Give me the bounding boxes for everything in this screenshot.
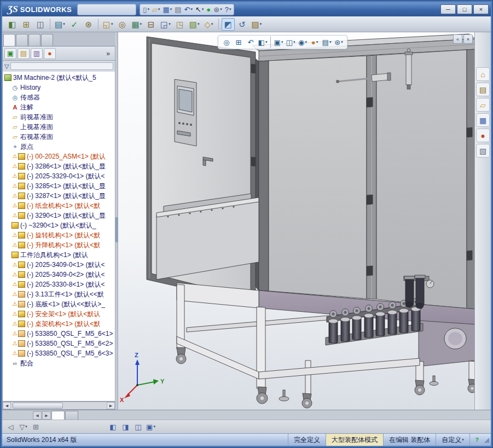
configurationmanager-tab-icon[interactable]: ▥ [31, 48, 43, 59]
window-cascade-icon[interactable]: ◨ [120, 421, 131, 432]
open-document-icon[interactable]: ▱ [151, 4, 161, 14]
menu-view[interactable] [95, 8, 103, 10]
window-tile-icon[interactable]: ◧ [107, 421, 119, 432]
view-tool-button[interactable] [270, 36, 271, 48]
close-taskpane-icon[interactable]: × [463, 34, 473, 44]
tree-item[interactable]: ⚠ (-) 底板<1> (默认<<默认>_ [3, 299, 115, 309]
door-control-panel[interactable] [175, 79, 196, 146]
hide-show-items-icon[interactable]: ◉ [297, 36, 309, 48]
status-editing[interactable]: 在编辑 装配体 [383, 434, 436, 446]
tree-item[interactable]: ⚠ (-) 3287<1> (默认<默认_显 [3, 191, 115, 201]
tree-item[interactable]: ⚠ (-) 533850_QSL_F_M5_6<3> [3, 348, 115, 358]
solidworks-resources-icon[interactable]: ⌂ [476, 67, 490, 81]
tree-item[interactable]: ⚠ 右视基准面 [3, 132, 115, 142]
rebuild-icon[interactable]: ● [205, 4, 212, 14]
appearances-icon[interactable]: ● [476, 129, 490, 142]
tree-item[interactable]: ⚠ 注解 [3, 102, 115, 112]
edit-appearance-icon[interactable]: ● [309, 36, 321, 48]
tree-item[interactable]: ⚠ (-) 桌架机构<1> (默认<默 [3, 319, 115, 329]
leveling-feet[interactable] [279, 376, 438, 401]
toolbar-button[interactable] [50, 19, 50, 30]
assembly-features-icon[interactable]: ▧ [188, 18, 201, 31]
move-component-icon[interactable]: ◲ [159, 18, 172, 31]
tree-item[interactable]: ⚠ 上视基准面 [3, 122, 115, 132]
tree-item[interactable]: ⚠ (-) 旋转机构<1> (默认<默 [3, 230, 115, 240]
toolbar-button[interactable] [218, 19, 219, 30]
view-orientation-icon[interactable]: ▣ [272, 36, 285, 48]
status-fully-defined[interactable]: 完全定义 [288, 434, 326, 446]
tree-item[interactable]: ⚠ (-) 3285<1> (默认<默认_显 [3, 181, 115, 191]
exploded-view-icon[interactable]: ▨ [250, 18, 264, 31]
tree-item[interactable]: ⚠ 原点 [3, 142, 115, 152]
tree-item[interactable]: ⚠ (-) 纸盒机构<1> (默认<默 [3, 201, 115, 211]
file-explorer-icon[interactable]: ▱ [476, 98, 490, 112]
tree-item[interactable]: ⚠ (-) 安全架<1> (默认<默认 [3, 309, 115, 319]
options-icon[interactable]: ⊛ [212, 4, 223, 14]
window-vertical-icon[interactable]: ▣ [145, 421, 156, 432]
featuremanager-tab-icon[interactable]: ▣ [4, 48, 16, 59]
spell-check-icon[interactable]: ⊛ [82, 18, 95, 31]
3d-model[interactable]: Z Y X [118, 32, 474, 410]
component-pattern-icon[interactable]: ▦ [130, 18, 143, 31]
status-large-assembly-mode[interactable]: 大型装配体模式 [326, 434, 383, 446]
tree-item[interactable]: ⚠ (-) 2025-3329-0<1> (默认< [3, 171, 115, 181]
window-horizontal-icon[interactable]: ◫ [132, 421, 144, 432]
propertymanager-tab-icon[interactable]: ▤ [18, 48, 30, 59]
previous-view-icon[interactable]: ↶ [245, 36, 257, 48]
new-document-icon[interactable]: ▯ [142, 4, 150, 14]
menu-file[interactable] [80, 8, 88, 10]
tree-item[interactable]: ⚠ 3M Machine-2 (默认<默认_5 [3, 73, 115, 83]
mass-properties-icon[interactable]: ⊞ [20, 18, 33, 31]
panel-overflow-button[interactable]: » [103, 50, 113, 57]
tab-sketch[interactable] [28, 34, 40, 46]
select-icon[interactable]: ↖ [194, 4, 205, 14]
menu-insert[interactable] [103, 8, 111, 10]
tree-item[interactable]: ⚠ 传感器 [3, 92, 115, 102]
save-icon[interactable]: ▦ [161, 4, 173, 14]
tab-layout[interactable] [16, 34, 28, 46]
motion-study-icon[interactable]: ↺ [236, 18, 249, 31]
custom-properties-icon[interactable]: ▧ [476, 144, 490, 158]
tree-item[interactable]: ⚠ (-) 2025-3409-0<2> (默认< [3, 270, 115, 280]
display-style-icon[interactable]: ◫ [285, 36, 297, 48]
close-button[interactable]: × [473, 4, 489, 14]
menu-help[interactable] [126, 8, 134, 10]
tab-model[interactable] [51, 411, 65, 420]
minimize-button[interactable]: ─ [440, 4, 456, 14]
tab-assembly[interactable] [3, 34, 15, 46]
tree-item[interactable]: ⚠ (-) 533850_QSL_F_M5_6<2> [3, 339, 115, 348]
tree-item[interactable]: ⚠ (-) 533850_QSL_F_M5_6<1> [3, 329, 115, 339]
print-icon[interactable]: ▤ [173, 4, 182, 14]
menu-tools[interactable] [111, 8, 118, 10]
filter-input[interactable] [10, 62, 113, 70]
tree-item[interactable]: ⚠ 工件治具机构<1> (默认 [3, 250, 115, 260]
section-view-icon[interactable]: ◩ [222, 18, 235, 31]
zoom-fit-icon[interactable]: ◎ [221, 36, 233, 48]
mate-icon[interactable]: ◎ [115, 18, 129, 31]
enclosure-cabinet[interactable] [249, 34, 474, 313]
section-view-icon[interactable]: ◧ [257, 36, 269, 48]
tab-scroll-left-icon[interactable]: ◀ [33, 411, 42, 420]
tree-item[interactable]: ⚠ (-) 3286<1> (默认<默认_显 [3, 161, 115, 171]
scroll-right-icon[interactable]: ▶ [107, 402, 115, 409]
smart-fasteners-icon[interactable]: ⊟ [144, 18, 158, 31]
displaymanager-tab-icon[interactable]: ● [44, 48, 56, 59]
tree-item[interactable]: ⚠ (-) 2025-3330-8<1> (默认< [3, 280, 115, 289]
tab-scroll-right-icon[interactable]: ▶ [42, 411, 51, 420]
filter-dropdown-icon[interactable]: ▽ [18, 421, 29, 432]
menu-edit[interactable] [88, 8, 95, 10]
tree-item[interactable]: ⚠ (-) 2025-3409-0<1> (默认< [3, 260, 115, 270]
tab-evaluate[interactable] [41, 34, 53, 46]
tree-item[interactable]: ⚠ 前视基准面 [3, 112, 115, 122]
measure-icon[interactable]: ◧ [5, 18, 19, 31]
tab-motion-study[interactable] [65, 411, 78, 420]
zoom-area-icon[interactable]: ⊞ [233, 36, 245, 48]
scroll-thumb[interactable] [13, 403, 63, 409]
tree-item[interactable]: ⚠ 配合 [3, 358, 115, 368]
attach-icon[interactable]: ◫ [34, 18, 47, 31]
view-settings-icon[interactable]: ⊛ [333, 36, 345, 48]
side-panel-with-hole[interactable] [419, 321, 474, 366]
tree-item[interactable]: ⚠ (-) 00-2025_ASM<1> (默认 [3, 152, 115, 161]
insert-components-icon[interactable]: ◱ [101, 18, 115, 31]
tree-horizontal-scrollbar[interactable]: ◀ ▶ [2, 402, 115, 410]
